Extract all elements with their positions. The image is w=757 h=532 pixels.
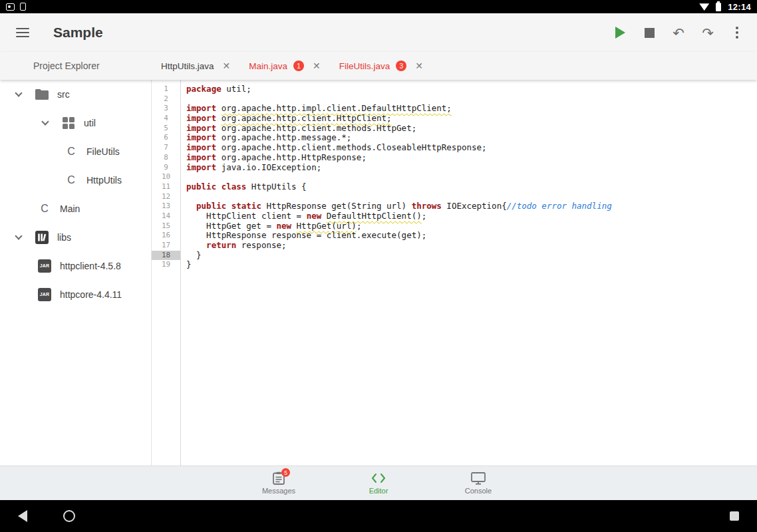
line-number-gutter: 12345678910111213141516171819 bbox=[152, 80, 181, 466]
tab-label: Main.java bbox=[249, 61, 287, 71]
app-title: Sample bbox=[53, 25, 103, 41]
tree-item-label: Main bbox=[60, 203, 80, 214]
tree-item-main[interactable]: CMain bbox=[0, 194, 151, 223]
tree-item-libs[interactable]: libs bbox=[0, 223, 151, 251]
overflow-icon bbox=[736, 25, 738, 40]
error-count-badge: 3 bbox=[396, 61, 406, 71]
main-content: srcutilCFileUtilsCHttpUtilsCMainlibsJARh… bbox=[0, 80, 757, 466]
line-number: 17 bbox=[152, 241, 180, 251]
code-line[interactable]: HttpClient client = new DefaultHttpClien… bbox=[186, 211, 757, 221]
tree-item-util[interactable]: util bbox=[0, 108, 151, 137]
close-tab-icon[interactable]: ✕ bbox=[415, 61, 423, 71]
code-line[interactable] bbox=[186, 94, 757, 104]
tree-item-httputils[interactable]: CHttpUtils bbox=[0, 166, 151, 194]
menu-button[interactable] bbox=[8, 18, 37, 47]
line-number: 19 bbox=[152, 260, 180, 270]
tree-item-label: HttpUtils bbox=[86, 175, 122, 186]
line-number: 8 bbox=[152, 153, 180, 163]
console-icon bbox=[471, 471, 486, 485]
redo-button[interactable]: ↷ bbox=[693, 18, 722, 47]
jar-icon: JAR bbox=[37, 287, 52, 302]
project-explorer-tree: srcutilCFileUtilsCHttpUtilsCMainlibsJARh… bbox=[0, 80, 152, 466]
app-screen: 12:14 Sample ↶ ↷ Project Explorer HttpUt… bbox=[0, 0, 757, 532]
chevron-down-icon[interactable] bbox=[37, 121, 53, 124]
bottom-navigation: 5MessagesEditorConsole bbox=[0, 466, 757, 500]
nav-label: Messages bbox=[262, 487, 295, 495]
nav-console[interactable]: Console bbox=[448, 471, 508, 495]
stop-icon bbox=[645, 28, 655, 38]
line-number: 12 bbox=[152, 192, 180, 202]
code-line[interactable]: import org.apache.http.client.methods.Cl… bbox=[186, 143, 757, 153]
tree-item-label: src bbox=[57, 89, 70, 100]
code-line[interactable]: import java.io.IOException; bbox=[186, 163, 757, 173]
tree-item-label: httpclient-4.5.8 bbox=[60, 261, 121, 271]
app-toolbar: Sample ↶ ↷ bbox=[0, 13, 757, 52]
code-area[interactable]: package util; import org.apache.http.imp… bbox=[181, 80, 757, 466]
code-line[interactable]: return response; bbox=[186, 241, 757, 251]
chevron-down-icon[interactable] bbox=[11, 235, 27, 239]
tab-httputils-java[interactable]: HttpUtils.java✕ bbox=[152, 52, 239, 80]
code-line[interactable]: public static HttpResponse get(String ur… bbox=[186, 201, 757, 211]
home-icon bbox=[63, 510, 75, 522]
code-line[interactable]: import org.apache.http.impl.client.Defau… bbox=[186, 104, 757, 114]
tab-fileutils-java[interactable]: FileUtils.java3✕ bbox=[330, 52, 432, 80]
code-line[interactable]: import org.apache.http.HttpResponse; bbox=[186, 153, 757, 163]
code-line[interactable]: import org.apache.http.client.HttpClient… bbox=[186, 114, 757, 124]
wifi-icon bbox=[699, 3, 709, 11]
tree-item-label: util bbox=[84, 118, 96, 128]
undo-button[interactable]: ↶ bbox=[664, 18, 693, 47]
hamburger-icon bbox=[16, 28, 29, 38]
chevron-down-icon[interactable] bbox=[11, 92, 27, 96]
line-number: 7 bbox=[152, 143, 180, 153]
play-icon bbox=[615, 27, 625, 39]
class-icon: C bbox=[64, 173, 78, 188]
run-button[interactable] bbox=[605, 18, 635, 47]
line-number: 1 bbox=[152, 84, 180, 94]
back-button[interactable] bbox=[7, 500, 39, 532]
tree-item-label: FileUtils bbox=[86, 146, 120, 157]
notification-icon-2 bbox=[20, 3, 26, 11]
editor-tabs: HttpUtils.java✕Main.java1✕FileUtils.java… bbox=[152, 52, 432, 80]
nav-label: Editor bbox=[369, 487, 388, 495]
home-button[interactable] bbox=[53, 500, 85, 532]
tree-item-httpclient-4-5-8[interactable]: JARhttpclient-4.5.8 bbox=[0, 251, 151, 280]
status-bar: 12:14 bbox=[0, 0, 757, 13]
stop-button[interactable] bbox=[635, 18, 664, 47]
package-icon bbox=[61, 116, 76, 130]
android-nav-bar bbox=[0, 500, 757, 532]
line-number: 16 bbox=[152, 231, 180, 241]
code-line[interactable]: public class HttpUtils { bbox=[186, 182, 757, 192]
code-line[interactable]: import org.apache.http.message.*; bbox=[186, 133, 757, 143]
code-line[interactable]: package util; bbox=[186, 84, 757, 94]
tree-item-label: httpcore-4.4.11 bbox=[60, 289, 122, 300]
code-line[interactable] bbox=[186, 192, 757, 202]
code-line[interactable]: } bbox=[186, 260, 757, 270]
tab-main-java[interactable]: Main.java1✕ bbox=[239, 52, 330, 80]
library-icon bbox=[35, 230, 49, 245]
line-number: 3 bbox=[152, 104, 180, 114]
close-tab-icon[interactable]: ✕ bbox=[313, 61, 321, 71]
code-line[interactable]: HttpResponse response = client.execute(g… bbox=[186, 231, 757, 241]
line-number: 10 bbox=[152, 172, 180, 182]
nav-editor[interactable]: Editor bbox=[349, 471, 408, 495]
overflow-menu-button[interactable] bbox=[722, 18, 752, 47]
code-editor[interactable]: 12345678910111213141516171819 package ut… bbox=[152, 80, 757, 466]
tree-item-fileutils[interactable]: CFileUtils bbox=[0, 137, 151, 166]
class-icon: C bbox=[64, 144, 78, 159]
messages-icon: 5 bbox=[273, 471, 285, 485]
tree-item-label: libs bbox=[57, 232, 71, 243]
code-line[interactable]: import org.apache.http.client.methods.Ht… bbox=[186, 124, 757, 134]
code-line[interactable]: } bbox=[186, 251, 757, 261]
recents-button[interactable] bbox=[718, 500, 750, 532]
class-icon: C bbox=[37, 201, 52, 216]
message-count-badge: 5 bbox=[281, 468, 290, 477]
code-line[interactable] bbox=[186, 172, 757, 182]
tree-item-src[interactable]: src bbox=[0, 80, 151, 108]
line-number: 13 bbox=[152, 201, 180, 211]
line-number: 5 bbox=[152, 124, 180, 134]
tree-item-httpcore-4-4-11[interactable]: JARhttpcore-4.4.11 bbox=[0, 280, 151, 309]
code-line[interactable]: HttpGet get = new HttpGet(url); bbox=[186, 221, 757, 231]
nav-label: Console bbox=[465, 487, 492, 495]
close-tab-icon[interactable]: ✕ bbox=[223, 61, 231, 71]
nav-messages[interactable]: 5Messages bbox=[249, 471, 309, 495]
